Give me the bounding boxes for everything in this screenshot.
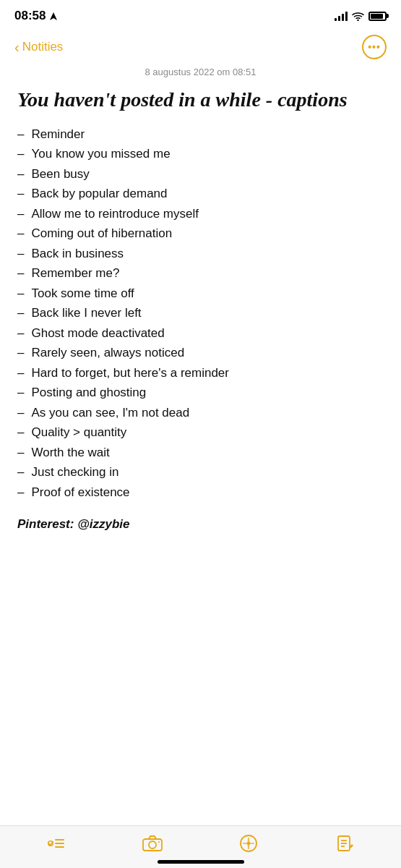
list-dash: – — [17, 483, 24, 502]
list-dash: – — [17, 423, 24, 442]
list-item: –Been busy — [17, 165, 384, 184]
list-item-text: Just checking in — [31, 463, 118, 482]
battery-icon — [368, 12, 387, 21]
list-item-text: As you can see, I'm not dead — [31, 404, 189, 422]
list-dash: – — [17, 244, 24, 263]
tab-edit[interactable] — [335, 833, 355, 854]
svg-marker-0 — [50, 12, 57, 20]
list-item-text: Rarely seen, always noticed — [31, 344, 184, 362]
list-dash: – — [17, 125, 24, 144]
ellipsis-icon: ••• — [368, 41, 381, 53]
list-dash: – — [17, 463, 24, 482]
list-item: –Worth the wait — [17, 443, 384, 462]
list-dash: – — [17, 364, 24, 383]
compass-icon — [238, 833, 259, 854]
list-dash: – — [17, 145, 24, 163]
list-dash: – — [17, 284, 24, 303]
list-item-text: Back by popular demand — [31, 184, 167, 203]
list-item-text: Hard to forget, but here's a reminder — [31, 364, 229, 383]
list-item-text: Took some time off — [31, 284, 134, 303]
checklist-icon — [46, 833, 66, 854]
list-item: –Allow me to reintroduce myself — [17, 205, 384, 224]
list-item-text: Back in business — [31, 244, 124, 263]
back-label: Notities — [22, 40, 64, 54]
list-dash: – — [17, 404, 24, 422]
list-dash: – — [17, 344, 24, 362]
more-options-button[interactable]: ••• — [362, 35, 387, 59]
list-item: –Remember me? — [17, 264, 384, 283]
list-item: –Hard to forget, but here's a reminder — [17, 364, 384, 383]
tab-checklist[interactable] — [46, 833, 66, 854]
list-item-text: Ghost mode deactivated — [31, 324, 164, 343]
list-item-text: Quality > quantity — [31, 423, 126, 442]
list-item: –Reminder — [17, 125, 384, 144]
list-dash: – — [17, 264, 24, 283]
list-item-text: Been busy — [31, 165, 89, 184]
list-dash: – — [17, 443, 24, 462]
list-item-text: You know you missed me — [31, 145, 170, 163]
note-area: 8 augustus 2022 om 08:51 You haven't pos… — [0, 67, 401, 549]
time-display: 08:58 — [14, 9, 46, 23]
tab-compass[interactable] — [238, 833, 259, 854]
list-item: –Just checking in — [17, 463, 384, 482]
list-item-text: Allow me to reintroduce myself — [31, 205, 198, 224]
list-item-text: Proof of existence — [31, 483, 129, 502]
list-item: –Quality > quantity — [17, 423, 384, 442]
status-time: 08:58 — [14, 9, 58, 23]
svg-point-1 — [357, 19, 358, 20]
list-item-text: Posting and ghosting — [31, 383, 146, 402]
chevron-left-icon: ‹ — [14, 39, 20, 56]
list-item: –Took some time off — [17, 284, 384, 303]
location-arrow-icon — [49, 12, 58, 21]
list-dash: – — [17, 324, 24, 343]
list-item: –Ghost mode deactivated — [17, 324, 384, 343]
list-dash: – — [17, 165, 24, 184]
back-button[interactable]: ‹ Notities — [14, 39, 63, 56]
list-item-text: Coming out of hibernation — [31, 224, 172, 243]
tab-camera[interactable] — [142, 833, 163, 854]
signal-icon — [335, 11, 348, 21]
list-dash: – — [17, 224, 24, 243]
note-date: 8 augustus 2022 om 08:51 — [17, 67, 384, 77]
list-dash: – — [17, 184, 24, 203]
list-item: –You know you missed me — [17, 145, 384, 163]
list-item: –Back by popular demand — [17, 184, 384, 203]
list-item-text: Back like I never left — [31, 304, 141, 323]
list-item: –Proof of existence — [17, 483, 384, 502]
status-bar: 08:58 — [0, 0, 401, 29]
list-dash: – — [17, 205, 24, 224]
edit-icon — [335, 833, 355, 854]
list-item-text: Reminder — [31, 125, 85, 144]
list-dash: – — [17, 304, 24, 323]
list-item-text: Worth the wait — [31, 443, 109, 462]
list-item: –As you can see, I'm not dead — [17, 404, 384, 422]
list-item-text: Remember me? — [31, 264, 119, 283]
svg-point-8 — [149, 841, 156, 848]
note-title: You haven't posted in a while - captions — [17, 88, 384, 112]
list-item: –Rarely seen, always noticed — [17, 344, 384, 362]
status-icons — [335, 11, 387, 21]
pinterest-footer: Pinterest: @izzybie — [17, 517, 384, 532]
svg-point-9 — [158, 841, 160, 843]
list-dash: – — [17, 383, 24, 402]
list-item: –Back in business — [17, 244, 384, 263]
list-item: –Posting and ghosting — [17, 383, 384, 402]
wifi-icon — [352, 12, 364, 21]
list-item: –Back like I never left — [17, 304, 384, 323]
list-item: –Coming out of hibernation — [17, 224, 384, 243]
home-indicator — [158, 860, 244, 864]
svg-point-14 — [247, 842, 250, 845]
caption-list: –Reminder–You know you missed me–Been bu… — [17, 125, 384, 502]
camera-icon — [142, 833, 163, 854]
nav-bar: ‹ Notities ••• — [0, 29, 401, 67]
